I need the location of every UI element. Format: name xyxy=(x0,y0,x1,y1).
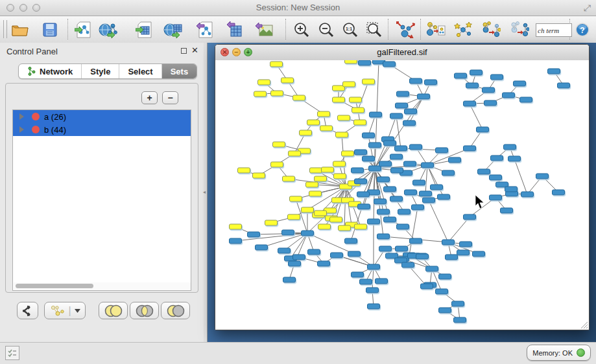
network-node[interactable] xyxy=(460,242,472,247)
network-node[interactable] xyxy=(390,113,403,119)
network-node[interactable] xyxy=(442,170,455,176)
tab-sets[interactable]: Sets xyxy=(161,64,197,78)
network-node[interactable] xyxy=(422,163,434,168)
network-edge[interactable] xyxy=(448,217,470,242)
network-node[interactable] xyxy=(396,246,408,251)
network-node[interactable] xyxy=(501,208,513,213)
network-node-set-a[interactable] xyxy=(258,80,270,85)
network-node[interactable] xyxy=(438,194,450,199)
network-node-set-a[interactable] xyxy=(333,161,346,166)
network-node[interactable] xyxy=(289,261,301,266)
add-set-button[interactable]: + xyxy=(141,91,158,104)
network-node[interactable] xyxy=(348,251,361,256)
network-node[interactable] xyxy=(345,238,357,244)
network-node[interactable] xyxy=(491,155,503,161)
network-node-set-a[interactable] xyxy=(355,224,367,229)
export-table-button[interactable] xyxy=(224,19,246,40)
network-node[interactable] xyxy=(360,279,372,284)
network-node[interactable] xyxy=(548,69,560,74)
network-node[interactable] xyxy=(368,264,380,269)
network-node[interactable] xyxy=(490,175,502,180)
network-node-set-a[interactable] xyxy=(342,151,354,156)
network-edge[interactable] xyxy=(432,269,442,291)
memory-status-button[interactable]: Memory: OK xyxy=(527,345,591,361)
save-session-button[interactable] xyxy=(39,19,61,40)
zoom-in-button[interactable] xyxy=(291,19,313,40)
network-node[interactable] xyxy=(403,120,416,126)
tab-network[interactable]: Network xyxy=(19,64,81,78)
network-node[interactable] xyxy=(384,141,396,146)
network-node-set-a[interactable] xyxy=(345,60,357,63)
network-node[interactable] xyxy=(278,248,291,253)
network-node[interactable] xyxy=(423,198,435,203)
network-node[interactable] xyxy=(363,133,375,138)
network-node[interactable] xyxy=(464,146,476,151)
toolbar-drag-handle[interactable] xyxy=(3,20,7,38)
network-node[interactable] xyxy=(374,199,387,204)
expander-icon[interactable] xyxy=(19,113,24,120)
network-window[interactable]: ✕ − + galFiltered.sif xyxy=(215,44,590,330)
network-node[interactable] xyxy=(402,262,414,267)
network-node-set-a[interactable] xyxy=(270,62,283,67)
network-node[interactable] xyxy=(352,168,364,173)
scrollbar-thumb[interactable] xyxy=(16,284,93,288)
network-node[interactable] xyxy=(477,127,489,132)
network-node[interactable] xyxy=(370,112,382,117)
network-node[interactable] xyxy=(449,157,461,163)
venn-union-button[interactable] xyxy=(99,302,128,319)
network-node[interactable] xyxy=(418,94,430,99)
network-edge[interactable] xyxy=(470,104,483,130)
network-node[interactable] xyxy=(452,301,464,306)
resize-grip[interactable] xyxy=(579,320,588,329)
network-node[interactable] xyxy=(283,277,296,282)
tab-select[interactable]: Select xyxy=(119,64,161,78)
network-node[interactable] xyxy=(377,234,390,239)
network-node-set-a[interactable] xyxy=(352,108,364,113)
network-node-set-a[interactable] xyxy=(253,173,265,178)
horizontal-scrollbar[interactable] xyxy=(14,282,191,290)
network-node-set-a[interactable] xyxy=(300,130,312,135)
network-edge[interactable] xyxy=(372,267,374,290)
network-node-set-a[interactable] xyxy=(318,224,331,229)
network-node[interactable] xyxy=(357,192,370,197)
network-node-set-a[interactable] xyxy=(318,111,330,117)
network-node[interactable] xyxy=(425,80,437,85)
network-node[interactable] xyxy=(436,148,448,153)
search-input[interactable] xyxy=(536,23,572,37)
network-node-set-a[interactable] xyxy=(330,217,342,222)
network-node[interactable] xyxy=(318,261,330,266)
network-node-set-a[interactable] xyxy=(307,120,320,125)
network-node[interactable] xyxy=(331,253,343,258)
network-edge[interactable] xyxy=(368,115,375,135)
venn-difference-button[interactable] xyxy=(161,302,190,319)
network-node-set-a[interactable] xyxy=(289,151,301,156)
export-image-button[interactable] xyxy=(253,19,275,40)
network-node-set-a[interactable] xyxy=(288,214,300,220)
network-node[interactable] xyxy=(410,144,422,150)
network-node-set-a[interactable] xyxy=(315,210,327,216)
close-panel-icon[interactable]: ✕ xyxy=(191,45,198,55)
network-node[interactable] xyxy=(558,83,570,88)
network-edge[interactable] xyxy=(358,82,368,110)
expander-icon[interactable] xyxy=(19,126,24,133)
network-edge[interactable] xyxy=(375,168,380,201)
fullscreen-icon[interactable]: ⤢ xyxy=(584,3,591,14)
network-node[interactable] xyxy=(484,100,497,106)
select-first-neighbors-button[interactable] xyxy=(452,19,474,40)
network-node[interactable] xyxy=(490,195,502,200)
network-node[interactable] xyxy=(470,70,483,75)
network-graph[interactable] xyxy=(215,60,589,330)
network-node[interactable] xyxy=(439,274,451,279)
network-node[interactable] xyxy=(505,187,518,192)
network-node[interactable] xyxy=(410,238,422,244)
network-node[interactable] xyxy=(478,169,490,174)
network-node[interactable] xyxy=(368,304,380,309)
network-node-set-a[interactable] xyxy=(238,168,250,173)
venn-intersection-button[interactable] xyxy=(130,302,159,319)
network-node[interactable] xyxy=(379,246,392,251)
network-node[interactable] xyxy=(514,81,526,86)
new-network-from-selection-button[interactable] xyxy=(425,19,447,40)
zoom-out-button[interactable] xyxy=(315,19,337,40)
network-node-set-a[interactable] xyxy=(309,191,322,196)
network-node-set-a[interactable] xyxy=(343,82,355,87)
